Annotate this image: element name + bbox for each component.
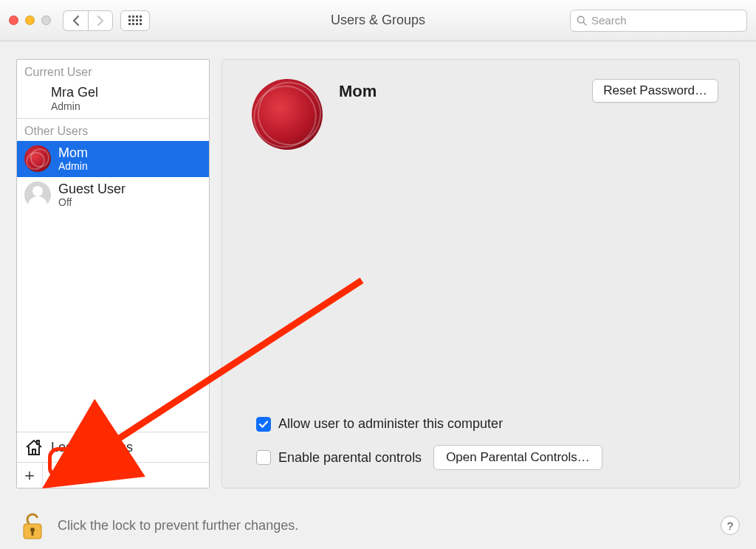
rose-avatar-icon [24, 145, 51, 172]
other-users-label: Other Users [17, 119, 209, 141]
forward-button[interactable] [88, 10, 113, 31]
grid-icon [128, 15, 142, 25]
login-options-row[interactable]: Login Options [17, 432, 209, 462]
back-button[interactable] [63, 10, 88, 31]
help-button[interactable]: ? [721, 516, 740, 535]
titlebar: Users & Groups Search [0, 0, 756, 41]
sidebar-item-guest[interactable]: Guest User Off [17, 177, 209, 213]
svg-line-1 [583, 22, 586, 25]
current-user-row[interactable]: Mra Gel Admin [17, 82, 209, 118]
svg-rect-3 [37, 441, 39, 444]
lockbar: Click the lock to prevent further change… [0, 502, 756, 549]
current-user-label: Current User [17, 60, 209, 82]
lock-hint-text: Click the lock to prevent further change… [58, 518, 298, 534]
reset-password-button[interactable]: Reset Password… [592, 79, 718, 103]
user-avatar[interactable] [252, 79, 323, 150]
guest-avatar-icon [24, 182, 51, 208]
user-role: Off [58, 196, 126, 208]
parental-checkbox-row[interactable]: Enable parental controls [256, 450, 422, 466]
parental-checkbox[interactable] [256, 450, 271, 465]
maximize-window-button[interactable] [41, 15, 51, 25]
sidebar-footer: ＋ － [17, 462, 209, 488]
admin-checkbox-label: Allow user to administer this computer [278, 416, 503, 432]
admin-checkbox-row[interactable]: Allow user to administer this computer [256, 416, 718, 432]
sidebar: Current User Mra Gel Admin Other Users M… [16, 59, 210, 488]
house-icon [24, 438, 44, 456]
search-icon [577, 15, 587, 26]
search-field[interactable]: Search [570, 10, 747, 32]
check-icon [258, 419, 269, 429]
svg-rect-2 [32, 449, 35, 455]
sidebar-spacer [17, 213, 209, 432]
plus-icon: ＋ [21, 467, 38, 483]
annotation-highlight [48, 447, 79, 478]
admin-checkbox[interactable] [256, 417, 271, 432]
minimize-window-button[interactable] [25, 15, 35, 25]
close-window-button[interactable] [9, 15, 18, 25]
nav-group [63, 10, 113, 31]
user-name: Guest User [58, 182, 126, 197]
current-user-role: Admin [51, 100, 98, 112]
window-controls [9, 15, 51, 25]
show-all-button[interactable] [120, 10, 150, 31]
add-user-button[interactable]: ＋ [17, 463, 42, 488]
current-user-name: Mra Gel [51, 85, 98, 100]
open-parental-controls-button[interactable]: Open Parental Controls… [433, 445, 602, 470]
parental-checkbox-label: Enable parental controls [278, 450, 422, 466]
detail-options: Allow user to administer this computer E… [252, 416, 718, 470]
search-placeholder: Search [591, 14, 627, 27]
user-name: Mom [58, 145, 88, 161]
lock-button[interactable] [16, 509, 49, 542]
user-role: Admin [58, 160, 88, 172]
parental-row: Enable parental controls Open Parental C… [256, 445, 718, 470]
detail-header: Mom Reset Password… [252, 79, 718, 150]
unlocked-lock-icon [19, 511, 46, 540]
detail-panel: Mom Reset Password… Allow user to admini… [221, 59, 740, 488]
content: Current User Mra Gel Admin Other Users M… [0, 41, 756, 502]
svg-rect-7 [32, 531, 34, 536]
sidebar-item-mom[interactable]: Mom Admin [17, 141, 209, 177]
help-icon: ? [727, 519, 733, 532]
user-display-name: Mom [339, 82, 377, 101]
